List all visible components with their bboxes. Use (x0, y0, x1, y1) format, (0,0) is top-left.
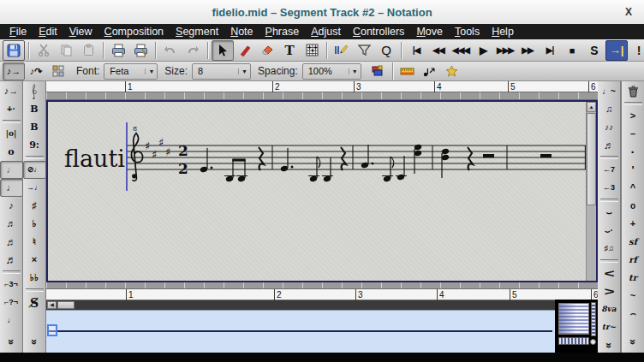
accent-button[interactable]: > (622, 107, 644, 125)
insert-mode-button[interactable]: ♪→ (3, 62, 25, 80)
triplet-mode-button[interactable]: ♪↷ (25, 62, 47, 80)
forward-to-end-button[interactable]: ▶| (539, 40, 561, 61)
half-note-button[interactable]: ♩ (0, 161, 23, 179)
auto-beam-button[interactable]: ♬ (598, 136, 621, 154)
scroll-left-button[interactable]: ◀ (47, 301, 57, 309)
stop-button[interactable]: ■ (561, 40, 583, 61)
tenuto-button[interactable]: – (622, 125, 644, 143)
no-accidental-button[interactable]: ⊘♩ (23, 161, 46, 179)
pause-button[interactable]: ⌢ (622, 305, 644, 323)
chord-name-ruler-toggle[interactable] (397, 62, 419, 80)
copy-button[interactable] (55, 40, 77, 61)
cut-button[interactable] (33, 40, 55, 61)
erase-tool-button[interactable] (256, 40, 278, 61)
score-thumbnail[interactable] (558, 303, 589, 335)
canvas-horizontal-scrollbar[interactable]: ◀ ▶ (46, 300, 555, 310)
phrasing-slur-button[interactable]: ⌣· (598, 222, 621, 240)
select-tool-button[interactable] (212, 40, 234, 61)
guitar-chord-tool-button[interactable] (301, 40, 323, 61)
menu-help[interactable]: Help (486, 24, 520, 39)
menu-adjust[interactable]: Adjust (305, 24, 347, 39)
scroll-up-button[interactable]: ▲ (587, 102, 596, 112)
undo-button[interactable] (159, 40, 182, 61)
zoom-reset-button[interactable] (590, 339, 596, 345)
canvas-vertical-scrollbar[interactable]: ▲ (586, 102, 596, 281)
title-bar[interactable]: fidelio.mid – Segment Track #2 – Notatio… (0, 0, 644, 25)
septuplet-insert-button[interactable]: ←7 (598, 161, 621, 179)
layer-settings-button[interactable] (367, 62, 389, 80)
font-combo[interactable]: Feta ▼ (104, 63, 158, 80)
draw-tool-button[interactable] (234, 40, 256, 61)
bass-clef-button[interactable]: 9: (23, 136, 46, 154)
horizontal-zoom-slider[interactable] (558, 337, 589, 345)
rewind-fast-button[interactable]: ◀◀◀ (450, 40, 472, 61)
slur-button[interactable]: ⌣ (598, 204, 621, 222)
rinforzando-button[interactable]: rf (622, 251, 644, 269)
segment-panner[interactable] (46, 310, 555, 353)
menu-edit[interactable]: Edit (33, 24, 63, 39)
menu-tools[interactable]: Tools (449, 24, 486, 39)
panner-view-rectangle[interactable] (47, 324, 57, 336)
staccato-button[interactable]: · (622, 143, 644, 161)
tuplet-button[interactable]: ⌐?¬ (0, 294, 23, 312)
horizontal-scroll-thumb[interactable] (57, 301, 75, 309)
natural-button[interactable]: ♮ (23, 233, 46, 251)
eighth-note-button[interactable]: ♪ (0, 197, 23, 215)
quantize-button[interactable]: Q (375, 40, 397, 61)
fast-forward-fast-button[interactable]: ▶▶▶ (494, 40, 516, 61)
triplet-button[interactable]: ⌐3¬ (0, 276, 23, 294)
playback-pointer-button[interactable]: →| (605, 40, 628, 61)
vertical-zoom-slider[interactable] (591, 302, 596, 336)
menu-note[interactable]: Note (224, 24, 259, 39)
menu-file[interactable]: File (3, 24, 33, 39)
thirty-second-note-button[interactable]: ♬ (0, 233, 23, 251)
close-button[interactable]: X (625, 6, 632, 18)
more-marks-button[interactable]: » (624, 330, 642, 353)
rewind-to-start-button[interactable]: |◀ (405, 40, 427, 61)
more-durations-button[interactable]: » (3, 330, 21, 353)
menu-phrase[interactable]: Phrase (259, 24, 306, 39)
treble-clef-button[interactable] (23, 82, 46, 100)
lv-button[interactable]: + (622, 215, 644, 233)
sharp-button[interactable]: ♯ (23, 197, 46, 215)
quarter-note-button[interactable]: ♩ (0, 179, 23, 197)
alto-clef-button[interactable]: B (23, 100, 46, 118)
chord-mode-button[interactable] (47, 62, 69, 80)
menu-view[interactable]: View (63, 24, 98, 39)
raw-note-ruler-toggle[interactable] (419, 62, 441, 80)
sixteenth-note-button[interactable]: ♬ (0, 215, 23, 233)
spacing-combo[interactable]: 100% ▼ (302, 63, 361, 80)
filter-button[interactable] (353, 40, 375, 61)
tie-button[interactable]: ♩~ (598, 82, 621, 100)
panic-button[interactable]: ! (628, 40, 644, 61)
more-clefs-button[interactable]: » (26, 330, 44, 353)
note-rest-toggle-button[interactable]: ♪→ (0, 82, 23, 100)
staccatissimo-button[interactable]: ' (622, 161, 644, 179)
tenor-clef-button[interactable]: B (23, 118, 46, 136)
paste-button[interactable] (77, 40, 99, 61)
ornament-tool-button[interactable] (331, 40, 353, 61)
flat-button[interactable]: ♭ (23, 215, 46, 233)
fast-forward-button[interactable]: ▶▶ (516, 40, 539, 61)
play-button[interactable]: ▶ (472, 40, 494, 61)
marcato-button[interactable]: ^ (622, 179, 644, 197)
erase-button[interactable] (622, 82, 644, 100)
save-button[interactable] (3, 40, 25, 61)
menu-move[interactable]: Move (410, 24, 449, 39)
dot-toggle-button[interactable]: +· (0, 100, 23, 118)
size-combo[interactable]: 8 ▼ (192, 63, 251, 80)
redo-button[interactable] (182, 40, 204, 61)
rewind-button[interactable]: ◀◀ (427, 40, 450, 61)
vertical-scroll-thumb[interactable] (587, 113, 596, 205)
breve-button[interactable]: |o| (0, 125, 23, 143)
follow-accidental-button[interactable]: →♩ (23, 179, 46, 197)
top-beat-ruler[interactable] (46, 92, 598, 100)
print-preview-button[interactable] (129, 40, 152, 61)
grace-group-button[interactable]: ♯♫ (598, 240, 621, 258)
turn-button[interactable]: ~ (622, 287, 644, 305)
solo-button[interactable]: S (583, 40, 605, 61)
notation-canvas[interactable]: flauti 8 ♯♯♯♯ 22 (46, 100, 598, 282)
menu-composition[interactable]: Composition (98, 24, 170, 39)
segno-button[interactable]: S̸ (23, 294, 46, 312)
ottava-up-button[interactable]: 8va (598, 300, 621, 318)
